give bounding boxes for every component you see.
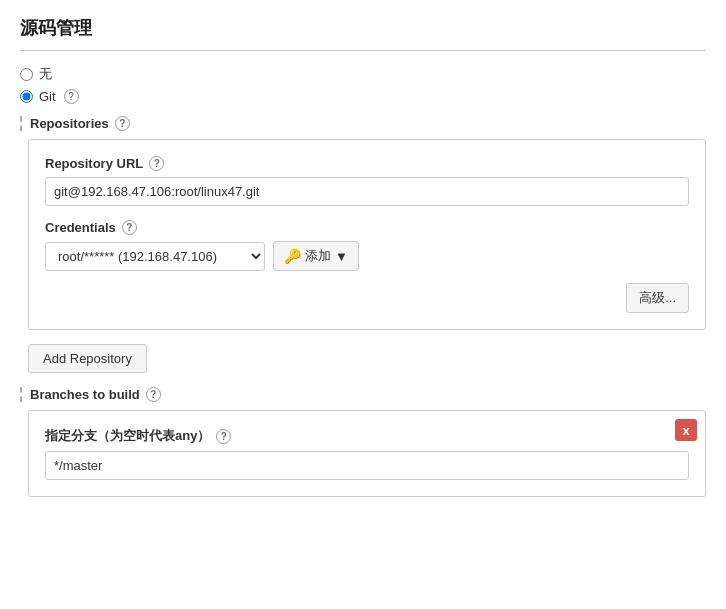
- branch-specifier-input[interactable]: [45, 451, 689, 480]
- key-icon: 🔑: [284, 248, 301, 264]
- branch-field-help-icon[interactable]: ?: [216, 429, 231, 444]
- repository-url-label-text: Repository URL: [45, 156, 143, 171]
- repository-url-section: Repository URL ?: [45, 156, 689, 206]
- advanced-button[interactable]: 高级...: [626, 283, 689, 313]
- radio-none-label: 无: [39, 65, 52, 83]
- branch-field-label: 指定分支（为空时代表any） ?: [45, 427, 689, 445]
- credentials-row: root/****** (192.168.47.106) 🔑 添加 ▼: [45, 241, 689, 271]
- repositories-section: Repositories ? Repository URL ? Credenti…: [20, 116, 706, 373]
- branches-section: Branches to build ? x 指定分支（为空时代表any） ?: [20, 387, 706, 497]
- credentials-help-icon[interactable]: ?: [122, 220, 137, 235]
- radio-git-label: Git: [39, 89, 56, 104]
- add-credentials-label: 添加: [305, 247, 331, 265]
- repositories-label: Repositories ?: [20, 116, 706, 131]
- branches-help-icon[interactable]: ?: [146, 387, 161, 402]
- repositories-label-text: Repositories: [30, 116, 109, 131]
- branch-card: x 指定分支（为空时代表any） ?: [28, 410, 706, 497]
- add-credentials-button[interactable]: 🔑 添加 ▼: [273, 241, 359, 271]
- repository-card: Repository URL ? Credentials ? root/****…: [28, 139, 706, 330]
- repository-url-input[interactable]: [45, 177, 689, 206]
- repository-url-label: Repository URL ?: [45, 156, 689, 171]
- radio-git-input[interactable]: [20, 90, 33, 103]
- add-repository-wrapper: Add Repository: [28, 330, 706, 373]
- dropdown-arrow-icon: ▼: [335, 249, 348, 264]
- credentials-section: Credentials ? root/****** (192.168.47.10…: [45, 220, 689, 271]
- branches-label: Branches to build ?: [20, 387, 706, 402]
- scm-radio-group: 无 Git ?: [20, 65, 706, 104]
- radio-none-input[interactable]: [20, 68, 33, 81]
- page-container: 源码管理 无 Git ? Repositories ? Repository U…: [20, 16, 706, 497]
- git-help-icon[interactable]: ?: [64, 89, 79, 104]
- credentials-label: Credentials ?: [45, 220, 689, 235]
- repository-url-help-icon[interactable]: ?: [149, 156, 164, 171]
- delete-branch-button[interactable]: x: [675, 419, 697, 441]
- add-repository-button[interactable]: Add Repository: [28, 344, 147, 373]
- branches-label-text: Branches to build: [30, 387, 140, 402]
- credentials-select[interactable]: root/****** (192.168.47.106): [45, 242, 265, 271]
- repositories-help-icon[interactable]: ?: [115, 116, 130, 131]
- radio-none[interactable]: 无: [20, 65, 706, 83]
- credentials-label-text: Credentials: [45, 220, 116, 235]
- advanced-row: 高级...: [45, 283, 689, 313]
- radio-git[interactable]: Git ?: [20, 89, 706, 104]
- section-title: 源码管理: [20, 16, 706, 51]
- branch-specifier-section: 指定分支（为空时代表any） ?: [45, 427, 689, 480]
- branch-field-label-text: 指定分支（为空时代表any）: [45, 427, 210, 445]
